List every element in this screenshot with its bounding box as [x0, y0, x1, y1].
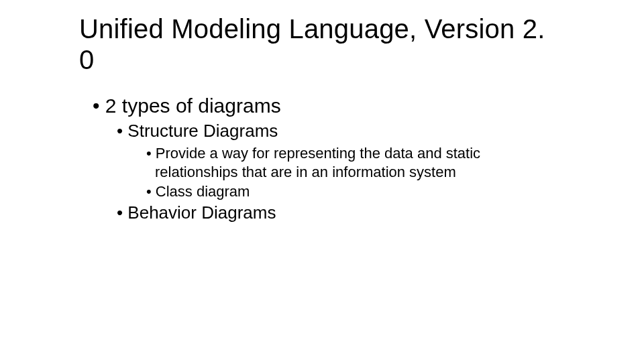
bullet-level-2: Behavior Diagrams [117, 202, 549, 223]
bullet-level-3: Provide a way for representing the data … [146, 144, 504, 181]
slide-body: 2 types of diagrams Structure Diagrams P… [79, 94, 549, 226]
bullet-level-3: Class diagram [146, 182, 504, 201]
bullet-level-2: Structure Diagrams [117, 121, 549, 141]
bullet-level-1: 2 types of diagrams [93, 94, 549, 118]
slide: Unified Modeling Language, Version 2. 0 … [0, 0, 644, 362]
slide-title: Unified Modeling Language, Version 2. 0 [79, 13, 549, 75]
